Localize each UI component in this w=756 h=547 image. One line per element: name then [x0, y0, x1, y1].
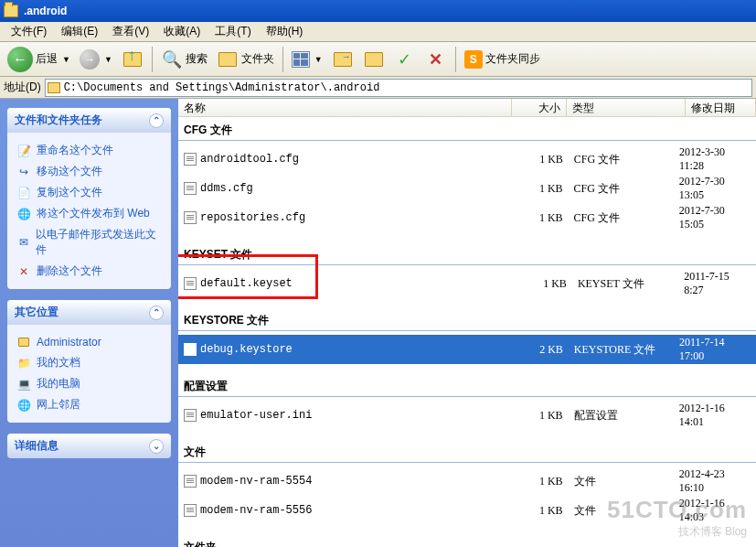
file-name: repositories.cfg	[200, 211, 305, 224]
col-date[interactable]: 修改日期	[686, 99, 756, 116]
up-button[interactable]: ↑	[118, 47, 147, 72]
group-header: 配置设置	[178, 373, 756, 397]
delete-icon: ✕	[425, 48, 447, 70]
back-button[interactable]: ← 后退 ▼	[4, 45, 74, 74]
task-publish[interactable]: 🌐将这个文件发布到 Web	[16, 203, 162, 224]
window-title: .android	[24, 5, 67, 17]
details-title: 详细信息	[15, 438, 59, 454]
group-header: 文件	[178, 439, 756, 463]
file-size: 1 KB	[513, 277, 567, 291]
sync-button[interactable]: S 文件夹同步	[461, 48, 544, 70]
file-icon	[184, 409, 197, 422]
file-size: 1 KB	[509, 211, 563, 225]
place-mycomp[interactable]: 💻我的电脑	[16, 373, 162, 394]
file-date: 2012-1-16 14:03	[679, 497, 751, 524]
file-date: 2012-3-30 11:28	[679, 145, 751, 173]
file-size: 1 KB	[509, 504, 563, 518]
menubar: 文件(F) 编辑(E) 查看(V) 收藏(A) 工具(T) 帮助(H)	[0, 22, 756, 42]
file-type: CFG 文件	[563, 152, 679, 167]
views-button[interactable]: ▼	[288, 49, 326, 70]
col-name[interactable]: 名称	[178, 99, 512, 116]
task-label: 将这个文件发布到 Web	[37, 206, 150, 221]
file-icon	[184, 277, 197, 290]
file-row[interactable]: androidtool.cfg 1 KB CFG 文件 2012-3-30 11…	[178, 145, 756, 174]
address-input[interactable]: C:\Documents and Settings\Administrator\…	[45, 79, 752, 97]
task-email[interactable]: ✉以电子邮件形式发送此文件	[16, 224, 162, 261]
tasks-panel-header[interactable]: 文件和文件夹任务 ⌃	[7, 108, 171, 133]
file-icon	[184, 504, 197, 517]
column-headers: 名称 大小 类型 修改日期	[178, 99, 756, 117]
places-panel-header[interactable]: 其它位置 ⌃	[7, 300, 171, 325]
col-size[interactable]: 大小	[512, 99, 567, 116]
separator	[152, 47, 153, 72]
file-date: 2011-7-14 17:00	[679, 336, 751, 363]
file-icon	[184, 182, 197, 195]
menu-tools[interactable]: 工具(T)	[208, 22, 258, 41]
menu-help[interactable]: 帮助(H)	[259, 22, 311, 41]
file-row[interactable]: emulator-user.ini 1 KB 配置设置 2012-1-16 14…	[178, 401, 756, 430]
forward-button[interactable]: → ▼	[76, 48, 116, 71]
menu-favorites[interactable]: 收藏(A)	[156, 22, 208, 41]
collapse-icon: ⌃	[149, 306, 164, 320]
group-header: CFG 文件	[178, 117, 756, 141]
folders-button[interactable]: 文件夹	[213, 47, 278, 72]
place-label: 网上邻居	[37, 397, 80, 413]
details-panel-header[interactable]: 详细信息 ⌄	[7, 434, 171, 458]
place-network[interactable]: 🌐网上邻居	[16, 394, 162, 415]
tb-btn-1[interactable]: →	[328, 47, 357, 72]
task-delete[interactable]: ✕删除这个文件	[16, 261, 162, 282]
delete-button[interactable]: ✕	[421, 47, 451, 72]
file-date: 2012-7-30 15:05	[679, 204, 751, 231]
place-admin[interactable]: Administrator	[16, 332, 162, 352]
sidebar: 文件和文件夹任务 ⌃ 📝重命名这个文件 ↪移动这个文件 📄复制这个文件 🌐将这个…	[0, 99, 178, 547]
search-button[interactable]: 🔍 搜索	[157, 47, 211, 72]
folders-icon	[217, 48, 239, 70]
chevron-down-icon: ▼	[62, 55, 70, 64]
tb-btn-2[interactable]	[359, 47, 389, 72]
file-icon	[184, 211, 197, 224]
file-size: 1 KB	[509, 475, 563, 488]
place-label: 我的文档	[37, 355, 80, 370]
details-panel: 详细信息 ⌄	[7, 434, 171, 458]
search-label: 搜索	[186, 51, 208, 67]
file-row[interactable]: modem-nv-ram-5554 1 KB 文件 2012-4-23 16:1…	[178, 467, 756, 496]
file-name: debug.keystore	[200, 343, 293, 356]
file-name: modem-nv-ram-5556	[200, 504, 312, 517]
place-mydocs[interactable]: 📁我的文档	[16, 352, 162, 373]
file-row[interactable]: modem-nv-ram-5556 1 KB 文件 2012-1-16 14:0…	[178, 496, 756, 525]
up-folder-icon: ↑	[122, 48, 144, 70]
menu-edit[interactable]: 编辑(E)	[54, 22, 105, 41]
group-header: KEYSET 文件	[178, 241, 756, 265]
network-icon: 🌐	[16, 398, 31, 413]
tasks-title: 文件和文件夹任务	[15, 113, 102, 128]
file-row[interactable]: default.keyset 1 KB KEYSET 文件 2011-7-15 …	[178, 269, 756, 298]
file-row[interactable]: repositories.cfg 1 KB CFG 文件 2012-7-30 1…	[178, 203, 756, 232]
places-panel: 其它位置 ⌃ Administrator 📁我的文档 💻我的电脑 🌐网上邻居	[7, 300, 171, 423]
forward-arrow-icon: →	[80, 49, 100, 70]
file-row[interactable]: ddms.cfg 1 KB CFG 文件 2012-7-30 13:05	[178, 174, 756, 203]
file-size: 1 KB	[509, 153, 563, 166]
menu-file[interactable]: 文件(F)	[4, 22, 54, 41]
separator	[455, 47, 456, 72]
task-rename[interactable]: 📝重命名这个文件	[16, 140, 162, 161]
back-arrow-icon: ←	[7, 47, 33, 72]
documents-icon: 📁	[16, 356, 31, 370]
email-icon: ✉	[16, 235, 30, 250]
file-type: KEYSTORE 文件	[563, 342, 679, 358]
place-label: Administrator	[37, 336, 101, 349]
file-size: 1 KB	[509, 182, 563, 196]
file-row[interactable]: debug.keystore 2 KB KEYSTORE 文件 2011-7-1…	[178, 335, 756, 364]
menu-view[interactable]: 查看(V)	[105, 22, 156, 41]
file-list: 名称 大小 类型 修改日期 CFG 文件 androidtool.cfg 1 K…	[178, 99, 756, 547]
file-type: KEYSET 文件	[567, 276, 684, 292]
file-name: ddms.cfg	[200, 182, 253, 195]
task-label: 重命名这个文件	[37, 143, 113, 158]
address-path: C:\Documents and Settings\Administrator\…	[64, 81, 380, 94]
titlebar: .android	[0, 0, 756, 22]
file-size: 1 KB	[509, 409, 563, 423]
tb-btn-3[interactable]: ✓	[390, 47, 420, 72]
file-type: 配置设置	[563, 408, 679, 424]
task-move[interactable]: ↪移动这个文件	[16, 161, 162, 182]
task-copy[interactable]: 📄复制这个文件	[16, 182, 162, 203]
col-type[interactable]: 类型	[567, 99, 686, 116]
